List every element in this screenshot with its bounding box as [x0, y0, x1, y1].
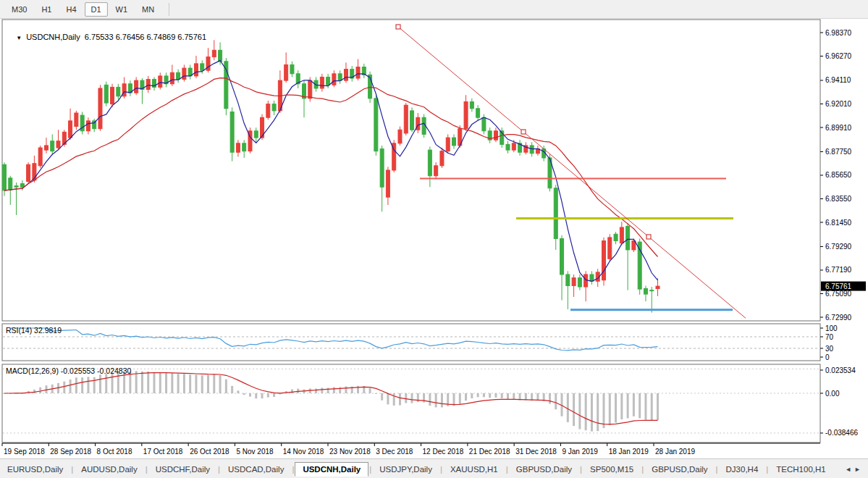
price-scale[interactable]: 6.983706.962706.941106.920106.899106.877… — [820, 29, 866, 322]
tab-usdchf-daily[interactable]: USDCHF,Daily — [148, 462, 217, 477]
tab-scroll-arrows[interactable]: ◄► — [845, 466, 868, 473]
date-tick-label: 17 Oct 2018 — [143, 448, 183, 456]
macd-bar — [494, 393, 497, 398]
tab-audusd-daily[interactable]: AUDUSD,Daily — [74, 462, 144, 477]
bear-candle — [410, 111, 414, 130]
macd-bar — [477, 393, 479, 397]
bear-candle — [530, 146, 534, 154]
bear-candle — [554, 188, 557, 239]
timeframe-button-mn[interactable]: MN — [135, 2, 161, 17]
bull-candle — [356, 67, 360, 78]
bull-candle — [434, 166, 438, 176]
timeframe-button-h4[interactable]: H4 — [59, 2, 83, 17]
bear-candle — [51, 141, 54, 151]
trendline-handle-1[interactable] — [521, 130, 526, 134]
macd-bar — [219, 375, 222, 393]
bull-candle — [620, 227, 623, 243]
bull-candle — [404, 105, 408, 133]
bull-candle — [212, 50, 216, 56]
macd-bar — [441, 393, 443, 407]
macd-bar — [555, 393, 557, 409]
macd-bar — [597, 393, 599, 431]
macd-indicator-label: MACD(12,26,9) -0.025553 -0.024830 — [6, 366, 131, 375]
macd-bar — [333, 387, 335, 393]
rsi-panel[interactable] — [2, 324, 820, 361]
bull-candle — [308, 80, 312, 98]
bear-candle — [560, 238, 564, 274]
bull-candle — [332, 74, 336, 85]
bull-candle — [608, 238, 612, 259]
macd-bar — [141, 372, 143, 393]
macd-bar — [315, 388, 317, 393]
bear-candle — [254, 131, 258, 138]
price-panel[interactable] — [2, 20, 820, 321]
bull-candle — [386, 170, 389, 197]
macd-bar — [231, 386, 233, 393]
macd-bar — [578, 393, 581, 429]
bull-candle — [398, 130, 402, 143]
tab-scroll-left-icon[interactable]: ◄ — [845, 466, 854, 473]
current-price-label: 6.75761 — [825, 282, 852, 290]
rsi-scale: 10070300 — [820, 324, 838, 361]
macd-bar — [417, 393, 419, 402]
macd-bar — [135, 371, 138, 393]
tab-xauusd-h1[interactable]: XAUUSD,H1 — [443, 462, 505, 477]
price-tick-label: 6.75090 — [825, 290, 852, 298]
macd-bar — [507, 393, 509, 399]
bull-candle — [494, 131, 497, 140]
bear-candle — [272, 104, 276, 111]
bear-candle — [20, 184, 24, 188]
chart-symbol-label: USDCNH,Daily — [26, 33, 80, 41]
tab-dj30-h4[interactable]: DJ30,H4 — [719, 462, 766, 477]
timeframe-button-h1[interactable]: H1 — [35, 2, 58, 17]
bear-candle — [470, 102, 473, 109]
macd-bar — [213, 374, 215, 393]
date-tick-label: 14 Nov 2018 — [283, 448, 324, 456]
tab-gbpusd-daily[interactable]: GBPUSD,Daily — [644, 462, 715, 477]
macd-bar — [75, 377, 77, 393]
tab-tech100-h1[interactable]: TECH100,H1 — [769, 462, 833, 477]
macd-bar — [261, 393, 264, 398]
timeframe-button-w1[interactable]: W1 — [109, 2, 135, 17]
bull-candle — [446, 138, 450, 151]
macd-bar — [147, 372, 149, 393]
tab-gbpusd-daily[interactable]: GBPUSD,Daily — [509, 462, 579, 477]
trendline-handle-0[interactable] — [396, 25, 400, 29]
bear-candle — [224, 62, 228, 109]
tab-sp500-m15[interactable]: SP500,M15 — [583, 462, 641, 477]
macd-bar — [465, 393, 467, 401]
time-scale[interactable]: 19 Sep 201828 Sep 20188 Oct 201817 Oct 2… — [2, 443, 820, 456]
symbol-dropdown-icon[interactable]: ▼ — [16, 35, 22, 41]
macd-bar — [501, 393, 503, 398]
timeframe-button-m30[interactable]: M30 — [5, 2, 33, 17]
macd-bar — [639, 393, 641, 418]
macd-bar — [255, 393, 257, 398]
tab-eurusd-daily[interactable]: EURUSD,Daily — [0, 462, 70, 477]
macd-bar — [585, 393, 587, 430]
macd-bar — [45, 385, 47, 393]
bear-candle — [3, 164, 7, 190]
bear-candle — [230, 112, 234, 152]
price-tick-label: 6.79290 — [825, 243, 852, 251]
macd-bar — [117, 372, 119, 393]
rsi-tick-label: 100 — [825, 324, 838, 332]
bear-candle — [219, 50, 222, 61]
date-tick-label: 31 Dec 2018 — [515, 448, 557, 456]
tab-usdjpy-daily[interactable]: USDJPY,Daily — [372, 462, 439, 477]
trendline-handle-2[interactable] — [646, 235, 651, 239]
date-tick-label: 8 Oct 2018 — [97, 448, 132, 456]
macd-bar — [105, 374, 107, 393]
tab-usdcad-daily[interactable]: USDCAD,Daily — [221, 462, 291, 477]
macd-bar — [249, 393, 251, 397]
chart-ohlc-values: 6.75533 6.76456 6.74869 6.75761 — [85, 33, 206, 41]
macd-bar — [615, 393, 617, 423]
macd-bar — [393, 393, 395, 406]
timeframe-button-d1[interactable]: D1 — [85, 2, 108, 17]
macd-bar — [189, 374, 191, 393]
bull-candle — [56, 141, 60, 148]
price-tick-label: 6.81450 — [825, 219, 852, 227]
chart-canvas[interactable]: 6.983706.962706.941106.920106.899106.877… — [0, 19, 868, 458]
tab-usdcnh-daily[interactable]: USDCNH,Daily — [295, 462, 368, 477]
bull-candle — [135, 80, 138, 93]
tab-scroll-right-icon[interactable]: ► — [854, 466, 864, 473]
